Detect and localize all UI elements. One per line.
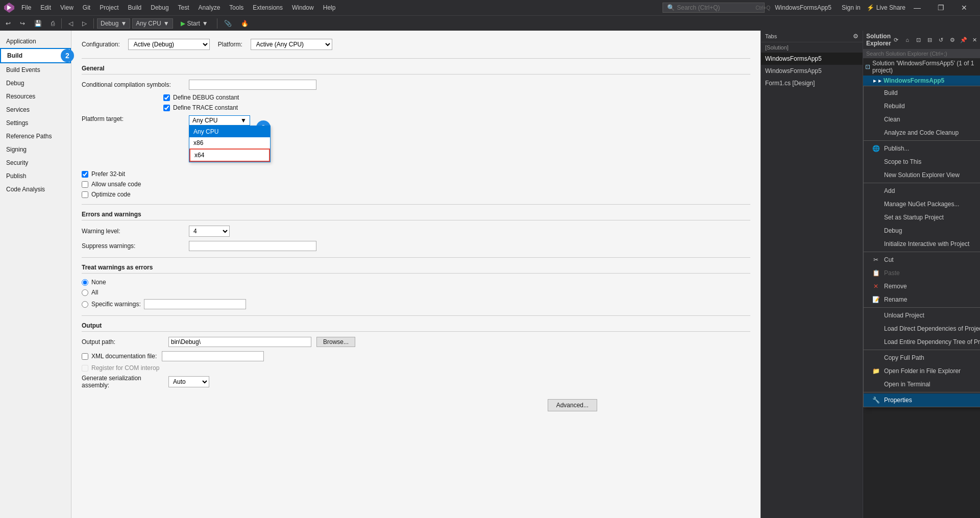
toolbar-attach[interactable]: 📎 [220, 18, 235, 29]
treat-specific-radio[interactable] [82, 301, 88, 308]
toolbar-saveall[interactable]: ⎙ [47, 18, 58, 29]
define-debug-checkbox[interactable] [163, 94, 170, 101]
ctx-unload[interactable]: Unload Project [864, 309, 980, 322]
ctx-clean[interactable]: Clean [864, 113, 980, 126]
menu-analyze[interactable]: Analyze [194, 2, 225, 13]
optimize-checkbox[interactable] [82, 191, 88, 198]
ctx-startup[interactable]: Set as Startup Project [864, 211, 980, 224]
menu-view[interactable]: View [56, 2, 78, 13]
tabs-form1-design[interactable]: Form1.cs [Design] [761, 77, 863, 89]
se-close-btn[interactable]: ✕ [970, 35, 980, 45]
ctx-publish[interactable]: 🌐 Publish... [864, 142, 980, 155]
se-home-btn[interactable]: ⌂ [902, 35, 913, 45]
platform-select[interactable]: Active (Any CPU) [251, 39, 332, 50]
tabs-settings-icon[interactable]: ⚙ [853, 33, 859, 40]
ctx-analyze[interactable]: Analyze and Code Cleanup ▸ [864, 126, 980, 139]
treat-specific-input[interactable] [144, 299, 246, 309]
close-button[interactable]: ✕ [952, 0, 976, 15]
se-search-input[interactable] [866, 51, 977, 57]
nav-reference-paths[interactable]: Reference Paths [0, 130, 71, 143]
prefer-32bit-checkbox[interactable] [82, 171, 88, 178]
menu-edit[interactable]: Edit [36, 2, 55, 13]
nav-settings[interactable]: Settings [0, 116, 71, 130]
nav-application[interactable]: Application [0, 35, 71, 48]
menu-help[interactable]: Help [319, 2, 340, 13]
toolbar-forward[interactable]: ▷ [79, 18, 90, 29]
ctx-cut[interactable]: ✂ Cut [864, 253, 980, 266]
se-search-bar[interactable] [863, 50, 980, 58]
se-settings-btn[interactable]: ⚙ [947, 35, 958, 45]
ctx-rename[interactable]: 📝 Rename [864, 293, 980, 306]
ctx-add[interactable]: Add ▸ [864, 184, 980, 198]
nav-build[interactable]: Build 2 [0, 48, 71, 63]
ctx-nuget[interactable]: Manage NuGet Packages... [864, 198, 980, 211]
tabs-active-item[interactable]: WindowsFormsApp5 [761, 53, 863, 65]
search-box[interactable]: 🔍 Ctrl+Q [663, 3, 765, 13]
toolbar-hotreload[interactable]: 🔥 [237, 18, 252, 29]
debug-config-dropdown[interactable]: Debug ▼ [97, 18, 130, 29]
xml-doc-checkbox[interactable] [82, 353, 88, 360]
ctx-terminal[interactable]: Open in Terminal [864, 378, 980, 391]
platform-dropdown[interactable]: Any CPU ▼ [132, 18, 173, 29]
platform-option-x64[interactable]: x64 [189, 149, 270, 162]
se-filter-btn[interactable]: ⊡ [914, 35, 924, 45]
generate-serial-select[interactable]: Auto [168, 376, 209, 387]
nav-signing[interactable]: Signing [0, 143, 71, 156]
output-path-input[interactable] [168, 337, 311, 347]
treat-none-radio[interactable] [82, 279, 88, 286]
advanced-button[interactable]: Advanced... [548, 399, 597, 411]
se-refresh-btn[interactable]: ↺ [936, 35, 946, 45]
signin-button[interactable]: Sign in [842, 4, 861, 11]
ctx-load-tree[interactable]: Load Entire Dependency Tree of Project [864, 335, 980, 349]
ctx-new-se-view[interactable]: New Solution Explorer View [864, 168, 980, 182]
toolbar-save[interactable]: 💾 [31, 18, 45, 29]
search-input[interactable] [677, 4, 753, 11]
toolbar-undo[interactable]: ↩ [2, 18, 14, 29]
menu-file[interactable]: File [17, 2, 35, 13]
treat-all-radio[interactable] [82, 289, 88, 296]
platform-option-x86[interactable]: x86 [189, 137, 270, 149]
nav-debug[interactable]: Debug [0, 77, 71, 90]
allow-unsafe-checkbox[interactable] [82, 181, 88, 188]
menu-project[interactable]: Project [95, 2, 122, 13]
toolbar-redo[interactable]: ↪ [16, 18, 29, 29]
ctx-open-folder[interactable]: 📁 Open Folder in File Explorer [864, 364, 980, 378]
nav-code-analysis[interactable]: Code Analysis [0, 183, 71, 196]
ctx-init-interactive[interactable]: Initialize Interactive with Project [864, 237, 980, 251]
nav-build-events[interactable]: Build Events [0, 63, 71, 77]
nav-resources[interactable]: Resources [0, 90, 71, 103]
se-solution-node[interactable]: ⊡ Solution 'WindowsFormsApp5' (1 of 1 pr… [863, 58, 980, 76]
se-collapse-btn[interactable]: ⊟ [925, 35, 935, 45]
menu-test[interactable]: Test [174, 2, 193, 13]
menu-build[interactable]: Build [124, 2, 146, 13]
start-button[interactable]: ▶ Start ▼ [175, 18, 214, 29]
toolbar-back[interactable]: ◁ [65, 18, 77, 29]
nav-publish[interactable]: Publish [0, 169, 71, 183]
platform-option-anycpu[interactable]: Any CPU [189, 126, 270, 137]
ctx-remove[interactable]: ✕ Remove [864, 280, 980, 293]
define-trace-checkbox[interactable] [163, 105, 170, 111]
minimize-button[interactable]: — [905, 0, 929, 15]
suppress-warnings-input[interactable] [189, 241, 316, 251]
warning-level-select[interactable]: 4 [189, 226, 230, 237]
menu-window[interactable]: Window [288, 2, 318, 13]
maximize-button[interactable]: ❐ [929, 0, 952, 15]
se-pin-btn[interactable]: 📌 [959, 35, 969, 45]
menu-git[interactable]: Git [79, 2, 94, 13]
browse-button[interactable]: Browse... [316, 337, 355, 347]
nav-security[interactable]: Security [0, 156, 71, 169]
ctx-rebuild[interactable]: Rebuild [864, 100, 980, 113]
se-sync-btn[interactable]: ⟳ [891, 35, 901, 45]
platform-target-select[interactable]: Any CPU ▼ [189, 115, 250, 126]
ctx-scope[interactable]: Scope to This [864, 155, 980, 168]
ctx-copy-path[interactable]: Copy Full Path [864, 351, 980, 364]
se-project-node[interactable]: ▸ ▸ WindowsFormsApp5 [863, 76, 980, 86]
ctx-build[interactable]: Build ▸ [864, 86, 980, 100]
ctx-debug[interactable]: Debug ▸ [864, 224, 980, 237]
conditional-symbols-input[interactable] [189, 80, 316, 90]
menu-tools[interactable]: Tools [225, 2, 248, 13]
menu-debug[interactable]: Debug [146, 2, 173, 13]
tabs-forms-app[interactable]: WindowsFormsApp5 [761, 65, 863, 77]
ctx-load-direct[interactable]: Load Direct Dependencies of Project [864, 322, 980, 335]
xml-doc-input[interactable] [162, 351, 264, 361]
